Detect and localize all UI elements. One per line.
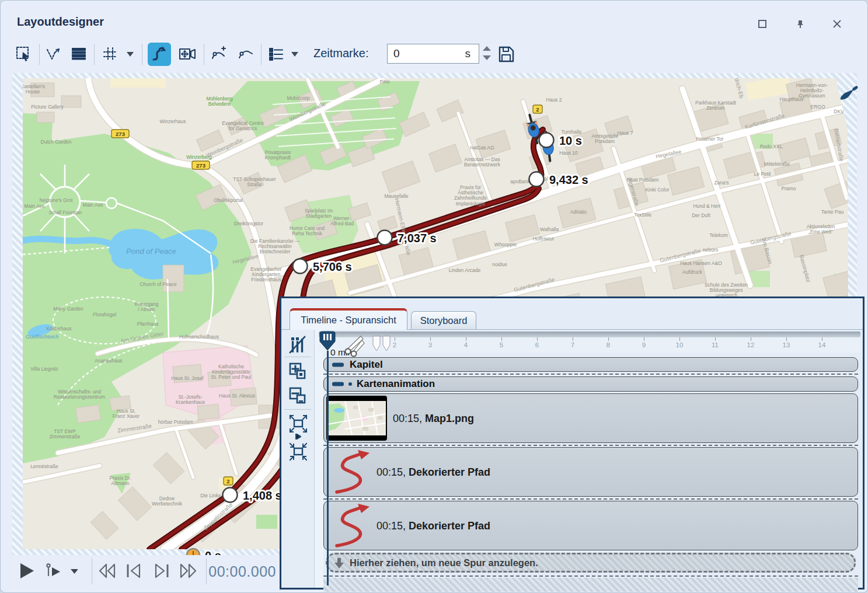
object-list-dropdown-caret[interactable] <box>291 52 298 57</box>
map-label: Mittelstraße <box>764 161 790 167</box>
toolbar: Zeitmarke: s <box>1 38 867 72</box>
dropzone-label: Hierher ziehen, um neue Spur anzulegen. <box>350 557 538 568</box>
camera-pan-button[interactable] <box>176 43 199 66</box>
edit-path-points-button[interactable] <box>41 43 65 66</box>
play-from-timemark-button[interactable] <box>43 561 65 581</box>
add-path-node-button[interactable] <box>207 43 231 66</box>
time-marker[interactable] <box>539 133 554 148</box>
map-label: Pond of Peace <box>126 247 176 256</box>
map-label: Small Fountain <box>49 210 82 215</box>
grid-button[interactable] <box>99 43 122 66</box>
title-bar: Layoutdesigner <box>1 1 867 38</box>
map-label: Pramo <box>781 186 796 191</box>
clip-name: Dekorierter Pfad <box>409 519 490 531</box>
map-label: Ananashaus <box>95 358 122 364</box>
skip-to-start-button[interactable] <box>123 561 145 581</box>
select-objects-icon <box>16 46 32 62</box>
time-marker[interactable] <box>378 231 392 245</box>
map-label: Spielplatz imStadtgarten <box>305 208 333 219</box>
transport-bar: 00:00.000 <box>12 555 280 589</box>
save-icon <box>497 45 515 64</box>
split-tool-icon[interactable] <box>372 336 392 352</box>
map-label: Haus 10 <box>559 150 578 156</box>
collapse-badge[interactable] <box>332 382 344 386</box>
play-options-caret[interactable] <box>71 569 78 574</box>
close-button[interactable] <box>827 16 847 32</box>
time-marker[interactable] <box>293 259 308 274</box>
ruler-number: 12 <box>747 341 755 348</box>
map-label: Haus 7 <box>618 130 633 136</box>
select-objects-button[interactable] <box>12 43 36 66</box>
fast-forward-button[interactable] <box>177 561 199 581</box>
playhead-line[interactable] <box>327 351 329 585</box>
rewind-button[interactable] <box>96 561 118 581</box>
map-label: Lennéstraße <box>30 463 58 469</box>
grid-icon <box>102 46 118 62</box>
draw-curve-button[interactable] <box>148 43 171 66</box>
track-group-kapitel[interactable]: Kapitel <box>323 357 858 372</box>
track-group-kartenanimation[interactable]: Kartenanimation <box>323 376 858 392</box>
new-track-dropzone[interactable]: Hierher ziehen, um neue Spur anzulegen. <box>326 553 856 573</box>
tab-timeline-spuransicht[interactable]: Timeline - Spuransicht <box>290 308 407 330</box>
timeline-ruler[interactable]: 234567891011121314 <box>319 337 860 353</box>
group-label: Kapitel <box>350 359 383 371</box>
tab-label: Storyboard <box>420 315 468 326</box>
grid-dropdown-caret[interactable] <box>127 52 134 57</box>
track-stack-button[interactable] <box>67 43 90 66</box>
zeitmarke-spinner[interactable] <box>482 45 492 62</box>
track-stack-icon <box>71 46 87 62</box>
tab-label: Timeline - Spuransicht <box>301 315 396 326</box>
ruler-tick <box>501 337 502 341</box>
corner-path-node-button[interactable] <box>234 43 257 66</box>
time-marker[interactable] <box>223 488 238 503</box>
map-label: Marly Garden <box>53 306 83 312</box>
tab-storyboard[interactable]: Storyboard <box>411 311 476 330</box>
skip-to-start-icon <box>126 563 143 579</box>
map-label: natGas AG <box>470 145 494 151</box>
ruler-tick <box>679 337 680 341</box>
map-label: Redo XXL <box>760 144 783 149</box>
map-label: TST EWPZimmerstraße <box>50 428 81 439</box>
map-label: TexStile <box>634 212 651 218</box>
map-label: Home Care undReha Technik <box>290 225 325 236</box>
clip-dekorierter-pfad-1[interactable]: 00:15, Dekorierter Pfad <box>323 447 858 497</box>
map-label: Haus St. Josef <box>171 375 204 381</box>
skip-to-end-button[interactable] <box>150 561 172 581</box>
time-marker[interactable] <box>529 172 544 187</box>
row-separator <box>323 445 858 446</box>
zeitmarke-input[interactable] <box>392 47 453 61</box>
ruler-number: 6 <box>535 341 539 348</box>
camera-pan-icon <box>179 46 196 63</box>
ruler-tick <box>395 337 395 341</box>
brush-icon[interactable] <box>833 80 861 108</box>
group-label: Kartenanimation <box>357 378 435 390</box>
ruler-number: 3 <box>428 341 432 348</box>
collapse-badge[interactable] <box>332 362 344 367</box>
zeitmarke-field: s <box>387 44 479 64</box>
time-marker-label: 1,408 s <box>243 489 282 502</box>
clip-map1[interactable]: 00:15, Map1.png <box>323 393 858 443</box>
map-label: Florahügel <box>93 312 116 318</box>
transport-separator <box>92 559 92 584</box>
clip-dekorierter-pfad-2[interactable]: 00:15, Dekorierter Pfad <box>323 501 858 550</box>
map-label: Hoffriseur <box>533 236 555 242</box>
play-button[interactable] <box>16 561 38 581</box>
pin-button[interactable] <box>790 16 810 32</box>
track-display-options-button[interactable] <box>288 334 307 354</box>
row-separator <box>323 374 858 375</box>
map-label: Linden Arcade <box>449 267 481 273</box>
save-button[interactable] <box>494 43 518 66</box>
layoutdesigner-window: Layoutdesigner <box>0 0 868 593</box>
cut-tool-icon[interactable] <box>343 334 367 358</box>
edit-path-points-icon <box>45 46 61 62</box>
pin-icon <box>795 19 806 29</box>
maximize-button[interactable] <box>752 16 772 32</box>
ruler-tick <box>537 337 538 341</box>
object-list-button[interactable] <box>264 43 288 66</box>
map-label: St.-Josefs-Krankenhaus <box>176 394 205 405</box>
map-label: Obeliskportal <box>214 197 243 203</box>
timeline-panel: Timeline - Spuransicht Storyboard <box>280 296 864 589</box>
ruler-number: 10 <box>676 341 684 348</box>
map-label: ERGO <box>810 104 825 110</box>
draw-curve-icon <box>151 46 168 63</box>
